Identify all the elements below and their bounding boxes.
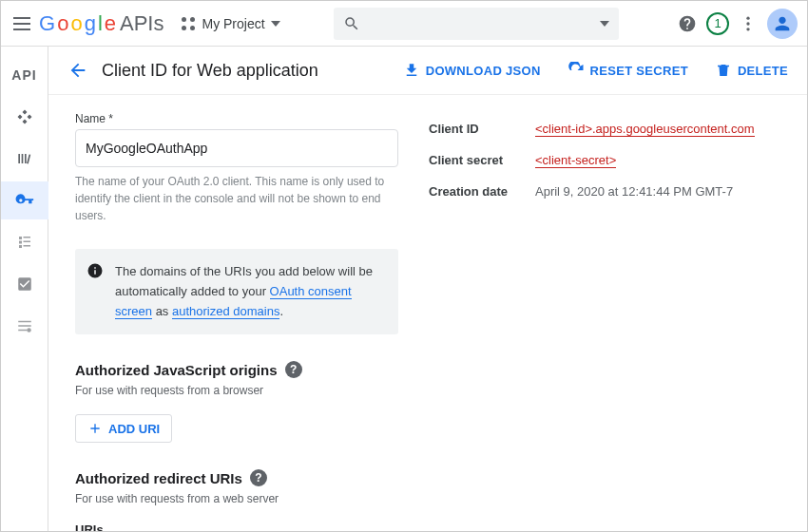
download-json-button[interactable]: DOWNLOAD JSON bbox=[403, 62, 541, 79]
back-arrow-icon[interactable] bbox=[67, 60, 88, 81]
top-app-bar: Google APIs My Project 1 bbox=[1, 1, 807, 47]
redirect-help-icon[interactable]: ? bbox=[250, 469, 267, 486]
download-icon bbox=[403, 62, 420, 79]
trash-icon bbox=[715, 62, 732, 79]
sidenav-credentials[interactable] bbox=[1, 181, 48, 219]
project-icon bbox=[181, 16, 196, 31]
client-id-value: <client-id>.apps.googleusercontent.com bbox=[535, 114, 786, 143]
js-origins-help-icon[interactable]: ? bbox=[285, 361, 302, 378]
main-content: Client ID for Web application DOWNLOAD J… bbox=[48, 47, 807, 531]
add-uri-button[interactable]: ADD URI bbox=[75, 414, 172, 443]
project-name: My Project bbox=[202, 16, 264, 31]
reset-secret-button[interactable]: RESET SECRET bbox=[568, 62, 688, 79]
menu-icon[interactable] bbox=[10, 12, 33, 35]
svg-point-0 bbox=[746, 16, 749, 19]
search-icon bbox=[343, 15, 360, 32]
key-icon bbox=[15, 191, 34, 210]
name-label: Name * bbox=[75, 112, 398, 125]
sidenav-verify[interactable] bbox=[1, 265, 48, 303]
plus-icon bbox=[87, 421, 103, 436]
consent-icon bbox=[16, 234, 33, 251]
svg-point-2 bbox=[746, 28, 749, 30]
search-dropdown-icon[interactable] bbox=[600, 21, 609, 27]
checkbox-icon bbox=[16, 276, 33, 293]
client-secret-label: Client secret bbox=[429, 145, 533, 175]
uris-label: URIs bbox=[75, 522, 398, 531]
name-input[interactable] bbox=[75, 129, 398, 167]
page-header: Client ID for Web application DOWNLOAD J… bbox=[48, 47, 807, 95]
refresh-icon bbox=[568, 62, 585, 79]
creation-date-value: April 9, 2020 at 12:41:44 PM GMT-7 bbox=[535, 177, 786, 206]
js-origins-heading: Authorized JavaScript origins ? bbox=[75, 361, 398, 378]
js-origins-subtitle: For use with requests from a browser bbox=[75, 384, 398, 397]
client-secret-value: <client-secret> bbox=[535, 145, 786, 175]
client-info-table: Client ID <client-id>.apps.googleusercon… bbox=[427, 112, 788, 208]
search-input[interactable] bbox=[334, 8, 619, 40]
info-banner: The domains of the URIs you add below wi… bbox=[75, 249, 398, 334]
library-icon bbox=[15, 149, 34, 168]
sidenav-api-label[interactable]: API bbox=[1, 56, 48, 94]
notifications-badge[interactable]: 1 bbox=[706, 12, 729, 35]
more-vert-icon[interactable] bbox=[735, 10, 761, 37]
authorized-domains-link[interactable]: authorized domains bbox=[172, 304, 279, 319]
redirect-uris-heading: Authorized redirect URIs ? bbox=[75, 469, 398, 486]
svg-point-1 bbox=[746, 22, 749, 25]
project-selector[interactable]: My Project bbox=[181, 16, 279, 31]
help-icon[interactable] bbox=[674, 10, 701, 37]
name-help-text: The name of your OAuth 2.0 client. This … bbox=[75, 173, 398, 224]
side-nav: API bbox=[1, 47, 48, 531]
chevron-down-icon bbox=[271, 21, 280, 27]
client-id-label: Client ID bbox=[429, 114, 533, 143]
settings-icon bbox=[16, 317, 33, 334]
google-apis-logo[interactable]: Google APIs bbox=[39, 11, 164, 36]
sidenav-dashboard[interactable] bbox=[1, 98, 48, 136]
logo-suffix: APIs bbox=[120, 11, 164, 36]
info-icon bbox=[87, 262, 104, 279]
diamond-icon bbox=[15, 107, 34, 126]
sidenav-library[interactable] bbox=[1, 140, 48, 178]
delete-button[interactable]: DELETE bbox=[715, 62, 788, 79]
creation-date-label: Creation date bbox=[429, 177, 533, 206]
account-avatar[interactable] bbox=[767, 9, 798, 39]
redirect-subtitle: For use with requests from a web server bbox=[75, 492, 398, 505]
page-title: Client ID for Web application bbox=[102, 61, 318, 81]
sidenav-settings[interactable] bbox=[1, 307, 48, 345]
sidenav-consent[interactable] bbox=[1, 223, 48, 261]
svg-point-3 bbox=[27, 328, 31, 332]
